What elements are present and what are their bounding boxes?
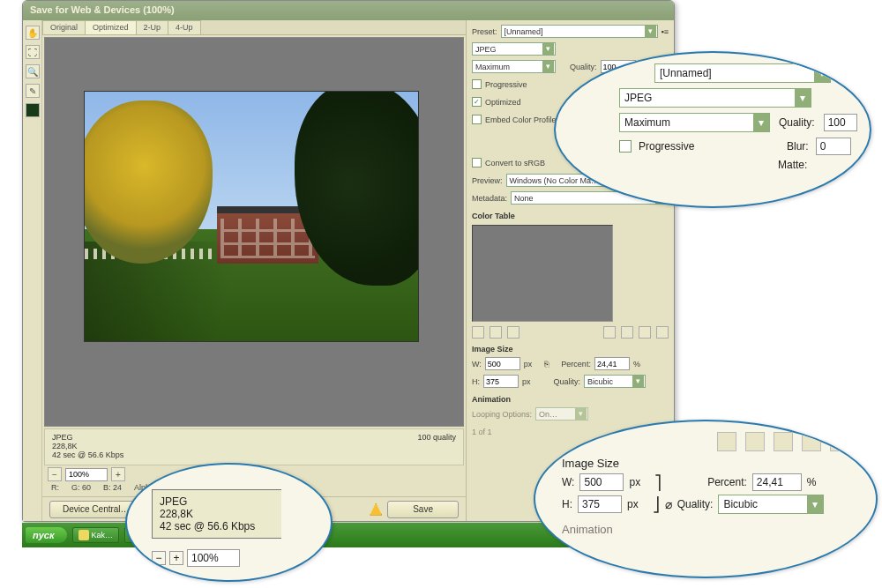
- save-for-web-window: Save for Web & Devices (100%) ✋ ⛶ 🔍 ✎ Or…: [22, 0, 675, 522]
- info-format: JPEG: [52, 433, 123, 442]
- co-format-select[interactable]: JPEG: [619, 88, 811, 108]
- ct-icon[interactable]: [603, 326, 616, 339]
- preview-image: [84, 91, 419, 342]
- co-quality-preset-select[interactable]: Maximum: [619, 113, 770, 132]
- ct-icon[interactable]: [490, 326, 502, 339]
- co-zoom[interactable]: 100%: [187, 549, 240, 567]
- warning-icon[interactable]: [370, 503, 382, 516]
- h-label: H:: [472, 377, 480, 386]
- preset-label: Preset:: [472, 27, 497, 36]
- window-title: Save for Web & Devices (100%): [30, 4, 175, 15]
- canvas-area[interactable]: [44, 37, 464, 427]
- color-swatch-icon[interactable]: [26, 103, 40, 117]
- width-input[interactable]: [485, 357, 520, 370]
- quality-label: Quality:: [570, 63, 597, 71]
- convert-label: Convert to sRGB: [485, 159, 545, 167]
- ct-icon[interactable]: [639, 326, 651, 339]
- co-icon[interactable]: [802, 432, 821, 451]
- co-height-input[interactable]: 375: [578, 495, 622, 513]
- callout-image-size: Image Size W: 500 px ⎤ Percent: 24,41 % …: [534, 420, 878, 578]
- embed-profile-checkbox[interactable]: [472, 115, 482, 124]
- co-quality-label: Quality:: [677, 498, 714, 510]
- co-progressive-checkbox[interactable]: [619, 140, 632, 153]
- info-time: 42 sec @ 56.6 Kbps: [52, 450, 123, 459]
- co-quality-label: Quality:: [779, 116, 815, 129]
- ct-icon[interactable]: [472, 326, 484, 339]
- co-size: 228,8K: [160, 508, 255, 520]
- hand-tool-icon[interactable]: ✋: [26, 26, 40, 40]
- tab-4up[interactable]: 4-Up: [168, 20, 201, 34]
- ct-icon[interactable]: [621, 326, 633, 339]
- preset-select[interactable]: [Unnamed]: [501, 25, 658, 38]
- slice-tool-icon[interactable]: ⛶: [26, 45, 40, 59]
- co-preset-select[interactable]: [Unnamed]: [654, 63, 831, 83]
- co-blur-label: Blur:: [787, 140, 809, 153]
- co-icon[interactable]: [717, 432, 736, 451]
- optimized-label: Optimized: [485, 98, 521, 107]
- progressive-label: Progressive: [485, 80, 527, 89]
- co-icon[interactable]: [774, 432, 793, 451]
- co-resample-select[interactable]: Bicubic: [718, 495, 824, 514]
- callout-file-info: JPEG 228,8K 42 sec @ 56.6 Kbps − + 100%: [125, 463, 333, 582]
- progressive-checkbox[interactable]: [472, 79, 482, 89]
- info-size: 228,8K: [52, 442, 123, 450]
- co-image-size-title: Image Size: [562, 457, 858, 470]
- zoom-tool-icon[interactable]: 🔍: [26, 64, 40, 78]
- tool-column: ✋ ⛶ 🔍 ✎: [23, 20, 42, 521]
- tab-original[interactable]: Original: [42, 20, 86, 34]
- taskbar-item[interactable]: Kak…: [72, 527, 120, 543]
- zoom-out-icon[interactable]: −: [48, 467, 62, 481]
- format-select[interactable]: JPEG: [472, 42, 556, 56]
- quality-label-2: Quality:: [554, 377, 581, 386]
- preview-tabs: Original Optimized 2-Up 4-Up: [42, 20, 466, 35]
- color-table-title: Color Table: [472, 212, 669, 220]
- looping-select: On…: [535, 407, 588, 421]
- color-table[interactable]: [472, 225, 613, 322]
- stat-g: G: 60: [71, 483, 91, 496]
- embed-label: Embed Color Profile: [485, 115, 557, 124]
- image-size-title: Image Size: [472, 345, 669, 354]
- height-input[interactable]: [483, 375, 519, 388]
- co-w-label: W:: [562, 476, 574, 488]
- co-icon[interactable]: [745, 432, 765, 451]
- optimize-info: JPEG 228,8K 42 sec @ 56.6 Kbps 100 quali…: [44, 428, 464, 465]
- trash-icon[interactable]: [656, 326, 669, 339]
- quality-preset-select[interactable]: Maximum: [472, 60, 556, 73]
- resample-select[interactable]: Bicubic: [584, 375, 646, 388]
- callout-format-settings: [Unnamed] JPEG Maximum Quality: 100 Prog…: [554, 51, 871, 208]
- stat-b: B: 24: [103, 483, 122, 496]
- co-percent-input[interactable]: 24,41: [752, 473, 802, 491]
- co-matte-label: Matte:: [778, 159, 807, 171]
- folder-icon: [78, 530, 89, 540]
- co-blur-input[interactable]: 0: [816, 138, 851, 155]
- co-time: 42 sec @ 56.6 Kbps: [160, 520, 255, 532]
- zoom-in-icon[interactable]: +: [169, 551, 183, 565]
- zoom-out-icon[interactable]: −: [152, 551, 166, 565]
- ct-icon[interactable]: [507, 326, 519, 339]
- co-format: JPEG: [160, 495, 255, 508]
- zoom-in-icon[interactable]: +: [111, 467, 125, 481]
- percent-label: Percent:: [561, 360, 591, 368]
- optimized-checkbox[interactable]: ✓: [472, 97, 482, 107]
- co-quality-input[interactable]: 100: [824, 114, 857, 131]
- color-table-icons: [472, 326, 669, 339]
- metadata-label: Metadata:: [472, 194, 507, 203]
- start-button[interactable]: пуск: [26, 527, 67, 543]
- w-label: W:: [472, 360, 482, 368]
- convert-srgb-checkbox[interactable]: [472, 158, 482, 167]
- zoom-input[interactable]: [65, 468, 108, 481]
- co-width-input[interactable]: 500: [579, 473, 624, 491]
- trash-icon[interactable]: [830, 432, 849, 451]
- tab-optimized[interactable]: Optimized: [85, 20, 137, 34]
- tab-2up[interactable]: 2-Up: [136, 20, 169, 34]
- link-icon[interactable]: ⎘: [544, 360, 549, 368]
- co-percent-label: Percent:: [707, 476, 747, 488]
- co-animation-title: Animation: [562, 523, 858, 536]
- preview-pane: Original Optimized 2-Up 4-Up: [42, 20, 466, 521]
- link-icon[interactable]: ⌀: [665, 497, 672, 511]
- save-button[interactable]: Save: [387, 501, 459, 518]
- flyout-icon[interactable]: ▪≡: [662, 27, 669, 36]
- eyedropper-tool-icon[interactable]: ✎: [26, 84, 40, 98]
- window-titlebar[interactable]: Save for Web & Devices (100%): [23, 1, 674, 20]
- percent-input[interactable]: [594, 357, 630, 370]
